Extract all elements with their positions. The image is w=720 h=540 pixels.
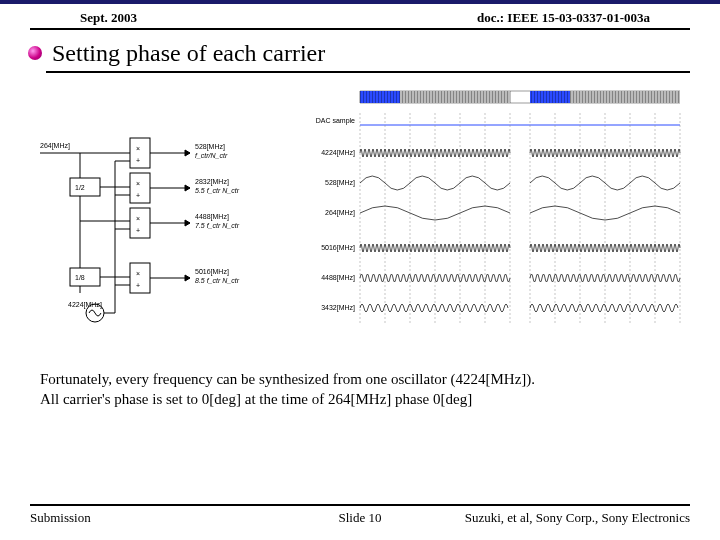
label-trace-2: 264[MHz] xyxy=(325,209,355,217)
label-out3-rel: 8.5 f_ctr N_ctr xyxy=(195,277,240,284)
label-out0-freq: 528[MHz] xyxy=(195,143,225,151)
svg-rect-45 xyxy=(400,91,510,103)
slide-footer: Submission Slide 10 Suzuki, et al, Sony … xyxy=(30,504,690,526)
bullet-icon xyxy=(28,46,42,60)
svg-marker-26 xyxy=(185,275,190,281)
waveform-scope: DAC sample 4224[MHz] 528[MHz] 264[MHz] 5… xyxy=(300,83,700,333)
label-out1-freq: 2832[MHz] xyxy=(195,178,229,186)
diagram-area: 264[MHz] 1/2 1/8 4224[MHz] ×+ ×+ ×+ ×+ 5… xyxy=(40,83,690,363)
label-dac: DAC sample xyxy=(316,117,355,125)
label-out1-rel: 5.5 f_ctr N_ctr xyxy=(195,187,240,194)
label-divider-0: 1/2 xyxy=(75,184,85,191)
svg-text:+: + xyxy=(136,282,140,289)
body-line-2: All carrier's phase is set to 0[deg] at … xyxy=(40,389,690,409)
svg-text:×: × xyxy=(136,270,140,277)
footer-center: Slide 10 xyxy=(339,510,382,526)
label-trace-0: 4224[MHz] xyxy=(321,149,355,157)
svg-marker-24 xyxy=(185,185,190,191)
title-row: Setting phase of each carrier xyxy=(50,40,690,73)
label-trace-3: 5016[MHz] xyxy=(321,244,355,252)
svg-text:×: × xyxy=(136,145,140,152)
label-trace-1: 528[MHz] xyxy=(325,179,355,187)
svg-text:+: + xyxy=(136,192,140,199)
slide: Sept. 2003 doc.: IEEE 15-03-0337-01-003a… xyxy=(0,0,720,540)
footer-right: Suzuki, et al, Sony Corp., Sony Electron… xyxy=(465,510,690,526)
label-input-freq: 264[MHz] xyxy=(40,142,70,150)
slide-header: Sept. 2003 doc.: IEEE 15-03-0337-01-003a xyxy=(30,4,690,30)
label-trace-5: 3432[MHz] xyxy=(321,304,355,312)
block-diagram: 264[MHz] 1/2 1/8 4224[MHz] ×+ ×+ ×+ ×+ 5… xyxy=(40,113,280,323)
header-date: Sept. 2003 xyxy=(80,10,137,26)
label-out2-freq: 4488[MHz] xyxy=(195,213,229,221)
label-divider-1: 1/8 xyxy=(75,274,85,281)
label-out3-freq: 5016[MHz] xyxy=(195,268,229,276)
body-line-1: Fortunately, every frequency can be synt… xyxy=(40,369,690,389)
body-text: Fortunately, every frequency can be synt… xyxy=(40,369,690,410)
svg-marker-25 xyxy=(185,220,190,226)
svg-text:+: + xyxy=(136,157,140,164)
footer-left: Submission xyxy=(30,510,91,526)
svg-text:×: × xyxy=(136,180,140,187)
svg-text:×: × xyxy=(136,215,140,222)
svg-text:+: + xyxy=(136,227,140,234)
svg-marker-23 xyxy=(185,150,190,156)
label-trace-4: 4488[MHz] xyxy=(321,274,355,282)
label-osc-freq: 4224[MHz] xyxy=(68,301,102,309)
slide-title: Setting phase of each carrier xyxy=(46,40,690,73)
label-out0-rel: f_ctr/N_ctr xyxy=(195,152,228,159)
label-out2-rel: 7.5 f_ctr N_ctr xyxy=(195,222,240,229)
svg-rect-46 xyxy=(570,91,680,103)
header-docnum: doc.: IEEE 15-03-0337-01-003a xyxy=(477,10,650,26)
